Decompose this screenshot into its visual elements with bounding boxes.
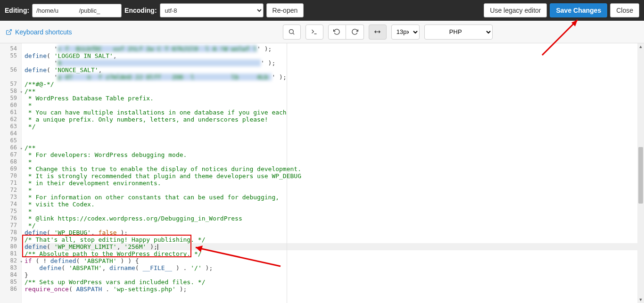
terminal-button[interactable]	[305, 25, 323, 40]
code-line[interactable]: define( 'WP_MEMORY_LIMIT', '256M' );|	[25, 243, 637, 250]
code-line[interactable]	[25, 137, 637, 144]
line-number: 62	[0, 116, 22, 123]
line-number: 55	[0, 52, 22, 59]
line-number: 83	[0, 264, 22, 271]
vertical-scrollbar[interactable]: ▲ ▼	[637, 43, 644, 303]
external-link-icon	[6, 29, 12, 35]
line-number: 56	[0, 66, 22, 74]
code-line[interactable]: *	[25, 102, 637, 109]
top-bar: Editing: Encoding: utf-8 Re-open Use leg…	[0, 0, 644, 21]
line-number: 74	[0, 201, 22, 208]
close-button[interactable]: Close	[610, 3, 639, 17]
line-number: 71	[0, 180, 22, 187]
code-editor[interactable]: 5455565758▾5960616263646566▾676869707172…	[0, 43, 644, 303]
line-number: 82▾	[0, 257, 22, 264]
code-line[interactable]: *	[25, 187, 637, 194]
code-line[interactable]: * @link https://codex.wordpress.org/Debu…	[25, 215, 637, 222]
code-line[interactable]: if ( ! defined( 'ABSPATH' ) ) {	[25, 257, 637, 264]
scroll-thumb[interactable]	[638, 147, 643, 204]
code-line[interactable]: * in their development environments.	[25, 180, 637, 187]
code-line[interactable]: /**#@-*/	[25, 81, 637, 88]
line-number: 67	[0, 151, 22, 158]
code-line[interactable]: * It is strongly recommended that plugin…	[25, 172, 637, 180]
keyboard-shortcuts-link[interactable]: Keyboard shortcuts	[6, 28, 72, 36]
code-line[interactable]: * a unique prefix. Only numbers, letters…	[25, 116, 637, 123]
code-line[interactable]: /**	[25, 144, 637, 151]
undo-redo-group	[328, 25, 364, 40]
line-number: 66▾	[0, 144, 22, 151]
line-number: 84	[0, 271, 22, 278]
code-line[interactable]: *	[25, 208, 637, 215]
code-line[interactable]: * WordPress Database Table prefix.	[25, 95, 637, 102]
code-line[interactable]: }	[25, 271, 637, 278]
line-number: 54	[0, 45, 22, 52]
code-line[interactable]: 'p 4T n f z7mlAnO JJ Olff 2O6 l lb 4Lb '…	[25, 74, 637, 81]
code-line[interactable]: */	[25, 123, 637, 130]
line-number: 63	[0, 123, 22, 130]
search-icon	[288, 28, 295, 35]
code-line[interactable]: define( 'LOGGED IN SALT',	[25, 52, 637, 59]
gutter: 5455565758▾5960616263646566▾676869707172…	[0, 43, 22, 303]
line-number: 73	[0, 194, 22, 201]
line-number: 61	[0, 109, 22, 116]
line-number: 76	[0, 215, 22, 222]
line-number: 59	[0, 95, 22, 102]
line-number: 86	[0, 286, 22, 293]
font-size-select[interactable]: 13px	[391, 25, 420, 40]
code-line[interactable]: * visit the Codex.	[25, 201, 637, 208]
line-number: 81	[0, 250, 22, 257]
code-line[interactable]: /** Sets up WordPress vars and included …	[25, 278, 637, 286]
redo-button[interactable]	[346, 25, 364, 40]
code-line[interactable]: *	[25, 158, 637, 165]
code-line[interactable]: define( 'ABSPATH', dirname( __FILE__ ) .…	[25, 264, 637, 271]
code-line[interactable]: define( 'NONCE_SALT',	[25, 66, 637, 74]
svg-line-2	[293, 33, 295, 34]
save-changes-button[interactable]: Save Changes	[550, 3, 607, 17]
language-select[interactable]: PHP	[424, 25, 493, 40]
encoding-label: Encoding:	[124, 7, 157, 14]
line-number: 70	[0, 172, 22, 180]
code-line[interactable]: */	[25, 222, 637, 229]
code-line[interactable]: /* That's all, stop editing! Happy publi…	[25, 236, 637, 243]
code-line[interactable]: 'c f BiLbfDC xxf 2tLf 2w C T 67kJ1l9 l A…	[25, 45, 637, 52]
terminal-icon	[311, 28, 318, 35]
line-number: 69	[0, 165, 22, 172]
svg-line-0	[8, 29, 11, 32]
code-line[interactable]: /**	[25, 88, 637, 95]
reopen-button[interactable]: Re-open	[266, 3, 304, 17]
code-line[interactable]: require_once( ABSPATH . 'wp-settings.php…	[25, 286, 637, 293]
code-area[interactable]: 'c f BiLbfDC xxf 2tLf 2w C T 67kJ1l9 l A…	[22, 43, 637, 303]
undo-icon	[333, 28, 340, 35]
undo-button[interactable]	[328, 25, 346, 40]
redo-icon	[351, 28, 358, 35]
line-number: 78	[0, 229, 22, 236]
line-number: 77	[0, 222, 22, 229]
line-number: 75	[0, 208, 22, 215]
scroll-up-arrow[interactable]: ▲	[637, 43, 644, 50]
tool-bar: Keyboard shortcuts 13px PHP	[0, 21, 644, 43]
code-line[interactable]: * For information on other constants tha…	[25, 194, 637, 201]
line-number: 58▾	[0, 88, 22, 95]
code-line[interactable]: 'b ' );	[25, 59, 637, 66]
code-line[interactable]: * You can have multiple installations in…	[25, 109, 637, 116]
line-number: 80	[0, 243, 22, 250]
code-line[interactable]: * For developers: WordPress debugging mo…	[25, 151, 637, 158]
code-line[interactable]	[25, 130, 637, 137]
line-number: 79	[0, 236, 22, 243]
line-number: 65	[0, 137, 22, 144]
file-path-input[interactable]	[32, 4, 122, 17]
line-number: 57	[0, 81, 22, 88]
line-number: 72	[0, 187, 22, 194]
legacy-editor-button[interactable]: Use legacy editor	[484, 3, 547, 17]
search-button[interactable]	[283, 25, 301, 40]
svg-point-1	[289, 30, 294, 34]
scroll-down-arrow[interactable]: ▼	[637, 296, 644, 303]
split-divider[interactable]	[287, 43, 287, 303]
encoding-select[interactable]: utf-8	[160, 3, 264, 17]
line-number: 68	[0, 158, 22, 165]
code-line[interactable]: * Change this to true to enable the disp…	[25, 165, 637, 172]
wrap-toggle-button[interactable]	[369, 25, 387, 40]
code-line[interactable]: /** Absolute path to the WordPress direc…	[25, 250, 637, 257]
line-number: 85	[0, 278, 22, 286]
code-line[interactable]: define( 'WP_DEBUG', false );	[25, 229, 637, 236]
